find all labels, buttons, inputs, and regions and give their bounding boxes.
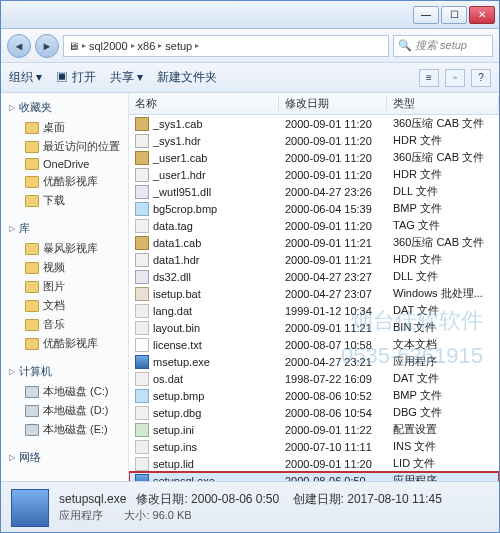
sidebar-item[interactable]: 优酷影视库	[1, 334, 128, 353]
sidebar-library-head[interactable]: 库	[1, 218, 128, 239]
file-row[interactable]: setup.ini 2000-09-01 11:22 配置设置	[129, 421, 499, 438]
file-row[interactable]: setupsql.exe 2000-08-06 0:50 应用程序	[129, 472, 499, 481]
breadcrumb[interactable]: 🖥 ▸ sql2000 ▸ x86 ▸ setup ▸	[63, 35, 389, 57]
sidebar-item[interactable]: 暴风影视库	[1, 239, 128, 258]
sidebar-computer-head[interactable]: 计算机	[1, 361, 128, 382]
file-date: 2000-04-27 23:27	[279, 271, 387, 283]
file-icon	[135, 457, 149, 471]
file-type: 360压缩 CAB 文件	[387, 235, 499, 250]
file-row[interactable]: data1.hdr 2000-09-01 11:21 HDR 文件	[129, 251, 499, 268]
file-row[interactable]: lang.dat 1999-01-12 10:34 DAT 文件	[129, 302, 499, 319]
file-row[interactable]: msetup.exe 2000-04-27 23:21 应用程序	[129, 353, 499, 370]
file-row[interactable]: setup.ins 2000-07-10 11:11 INS 文件	[129, 438, 499, 455]
file-type: 应用程序	[387, 354, 499, 369]
open-button[interactable]: ▣ 打开	[56, 69, 95, 86]
sidebar-item[interactable]: 本地磁盘 (C:)	[1, 382, 128, 401]
sidebar-item[interactable]: 桌面	[1, 118, 128, 137]
file-date: 2000-09-01 11:20	[279, 135, 387, 147]
file-date: 2000-09-01 11:20	[279, 458, 387, 470]
sidebar-item[interactable]: 音乐	[1, 315, 128, 334]
file-name: setup.ini	[153, 424, 194, 436]
file-date: 2000-09-01 11:20	[279, 152, 387, 164]
file-row[interactable]: bg5crop.bmp 2000-06-04 15:39 BMP 文件	[129, 200, 499, 217]
folder-icon	[25, 195, 39, 207]
organize-menu[interactable]: 组织 ▾	[9, 69, 42, 86]
col-name-header[interactable]: 名称	[129, 96, 279, 111]
file-name: _user1.cab	[153, 152, 207, 164]
file-row[interactable]: license.txt 2000-08-07 10:58 文本文档	[129, 336, 499, 353]
file-row[interactable]: _user1.cab 2000-09-01 11:20 360压缩 CAB 文件	[129, 149, 499, 166]
close-button[interactable]: ✕	[469, 6, 495, 24]
file-icon	[135, 423, 149, 437]
file-row[interactable]: layout.bin 2000-09-01 11:21 BIN 文件	[129, 319, 499, 336]
minimize-button[interactable]: —	[413, 6, 439, 24]
file-row[interactable]: ds32.dll 2000-04-27 23:27 DLL 文件	[129, 268, 499, 285]
file-type: 配置设置	[387, 422, 499, 437]
breadcrumb-part[interactable]: sql2000	[89, 40, 128, 52]
sidebar-item[interactable]: 文档	[1, 296, 128, 315]
file-name: lang.dat	[153, 305, 192, 317]
sidebar-favorites-head[interactable]: 收藏夹	[1, 97, 128, 118]
file-row[interactable]: setup.dbg 2000-08-06 10:54 DBG 文件	[129, 404, 499, 421]
file-icon	[135, 134, 149, 148]
sidebar-item[interactable]: 优酷影视库	[1, 172, 128, 191]
file-date: 1998-07-22 16:09	[279, 373, 387, 385]
view-options-button[interactable]: ≡	[419, 69, 439, 87]
forward-button[interactable]: ►	[35, 34, 59, 58]
file-name: _wutl951.dll	[153, 186, 211, 198]
file-row[interactable]: setup.lid 2000-09-01 11:20 LID 文件	[129, 455, 499, 472]
file-row[interactable]: _wutl951.dll 2000-04-27 23:26 DLL 文件	[129, 183, 499, 200]
file-name: setup.bmp	[153, 390, 204, 402]
sb-filename: setupsql.exe	[59, 492, 126, 506]
breadcrumb-part[interactable]: x86	[138, 40, 156, 52]
breadcrumb-part[interactable]: setup	[165, 40, 192, 52]
file-row[interactable]: isetup.bat 2000-04-27 23:07 Windows 批处理.…	[129, 285, 499, 302]
sidebar-network-head[interactable]: 网络	[1, 447, 128, 468]
folder-icon	[25, 176, 39, 188]
sidebar-item[interactable]: 下载	[1, 191, 128, 210]
col-type-header[interactable]: 类型	[387, 96, 499, 111]
file-list[interactable]: 名称 修改日期 类型 _sys1.cab 2000-09-01 11:20 36…	[129, 93, 499, 481]
sidebar-item[interactable]: 视频	[1, 258, 128, 277]
file-name: license.txt	[153, 339, 202, 351]
sb-type: 应用程序	[59, 509, 103, 521]
statusbar-file-icon	[11, 489, 49, 527]
file-type: HDR 文件	[387, 167, 499, 182]
sidebar-item[interactable]: 本地磁盘 (D:)	[1, 401, 128, 420]
file-row[interactable]: _sys1.hdr 2000-09-01 11:20 HDR 文件	[129, 132, 499, 149]
help-button[interactable]: ?	[471, 69, 491, 87]
file-type: BMP 文件	[387, 388, 499, 403]
file-icon	[135, 117, 149, 131]
file-date: 2000-04-27 23:26	[279, 186, 387, 198]
sidebar-item[interactable]: OneDrive	[1, 156, 128, 172]
folder-icon	[25, 386, 39, 398]
sidebar-item[interactable]: 本地磁盘 (E:)	[1, 420, 128, 439]
file-type: DAT 文件	[387, 371, 499, 386]
file-row[interactable]: data.tag 2000-09-01 11:20 TAG 文件	[129, 217, 499, 234]
file-name: _sys1.cab	[153, 118, 203, 130]
file-row[interactable]: data1.cab 2000-09-01 11:21 360压缩 CAB 文件	[129, 234, 499, 251]
file-row[interactable]: os.dat 1998-07-22 16:09 DAT 文件	[129, 370, 499, 387]
file-date: 2000-08-07 10:58	[279, 339, 387, 351]
file-icon	[135, 287, 149, 301]
file-type: DLL 文件	[387, 269, 499, 284]
col-date-header[interactable]: 修改日期	[279, 96, 387, 111]
file-type: 应用程序	[387, 473, 499, 481]
file-date: 2000-09-01 11:20	[279, 220, 387, 232]
file-row[interactable]: _user1.hdr 2000-09-01 11:20 HDR 文件	[129, 166, 499, 183]
file-row[interactable]: _sys1.cab 2000-09-01 11:20 360压缩 CAB 文件	[129, 115, 499, 132]
file-icon	[135, 202, 149, 216]
file-date: 2000-09-01 11:21	[279, 237, 387, 249]
maximize-button[interactable]: ☐	[441, 6, 467, 24]
sidebar-item[interactable]: 最近访问的位置	[1, 137, 128, 156]
file-row[interactable]: setup.bmp 2000-08-06 10:52 BMP 文件	[129, 387, 499, 404]
preview-pane-button[interactable]: ▫	[445, 69, 465, 87]
file-type: Windows 批处理...	[387, 286, 499, 301]
search-input[interactable]: 🔍 搜索 setup	[393, 35, 493, 57]
file-name: msetup.exe	[153, 356, 210, 368]
new-folder-button[interactable]: 新建文件夹	[157, 69, 217, 86]
sidebar-item[interactable]: 图片	[1, 277, 128, 296]
back-button[interactable]: ◄	[7, 34, 31, 58]
share-menu[interactable]: 共享 ▾	[110, 69, 143, 86]
file-type: BMP 文件	[387, 201, 499, 216]
